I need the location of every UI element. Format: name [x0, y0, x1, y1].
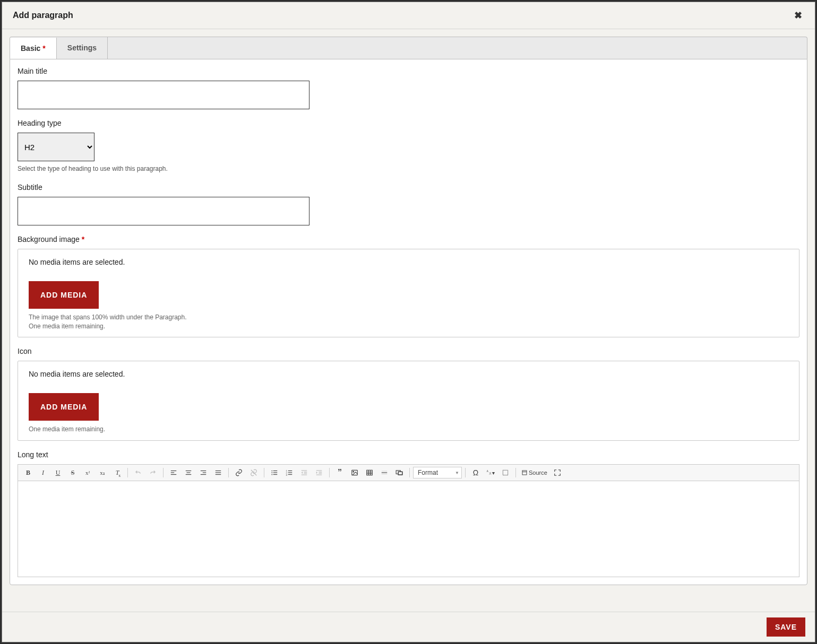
- svg-rect-23: [288, 473, 293, 473]
- modal-title: Add paragraph: [13, 11, 73, 20]
- bg-image-help: The image that spans 100% width under th…: [29, 313, 788, 331]
- svg-rect-44: [398, 472, 402, 475]
- source-button[interactable]: Source: [519, 466, 549, 480]
- format-dropdown[interactable]: Format ▼: [413, 467, 462, 478]
- image-icon[interactable]: [348, 466, 362, 480]
- heading-type-select[interactable]: H2: [18, 133, 94, 161]
- svg-rect-48: [503, 471, 508, 475]
- table-icon[interactable]: [363, 466, 376, 480]
- modal: Add paragraph ✖ Basic* Settings Main tit…: [2, 2, 815, 642]
- svg-text:3: 3: [286, 474, 288, 476]
- indent-icon[interactable]: [312, 466, 326, 480]
- svg-rect-24: [288, 474, 293, 475]
- modal-header: Add paragraph ✖: [2, 2, 815, 29]
- field-icon: Icon No media items are selected. ADD ME…: [18, 347, 799, 441]
- format-dropdown-label: Format: [418, 469, 438, 476]
- separator: [264, 468, 264, 477]
- align-left-icon[interactable]: [167, 466, 180, 480]
- subscript-icon[interactable]: x₂: [96, 466, 109, 480]
- bullet-list-icon[interactable]: [268, 466, 281, 480]
- editor-toolbar: B I U S x² x₂ Tx: [18, 465, 799, 481]
- icon-media-box: No media items are selected. ADD MEDIA O…: [18, 361, 799, 441]
- svg-point-34: [353, 472, 354, 473]
- link-icon[interactable]: [232, 466, 246, 480]
- italic-icon[interactable]: I: [36, 466, 50, 480]
- icon-help-line1: One media item remaining.: [29, 425, 788, 434]
- tab-basic-label: Basic: [21, 44, 40, 53]
- bg-image-add-media-button[interactable]: ADD MEDIA: [29, 281, 99, 309]
- maximize-icon[interactable]: [551, 466, 564, 480]
- svg-rect-16: [273, 471, 278, 471]
- remove-format-icon[interactable]: Tx: [110, 466, 124, 480]
- svg-text:文: 文: [489, 472, 492, 475]
- close-icon[interactable]: ✖: [792, 10, 804, 21]
- chevron-down-icon: ▼: [455, 471, 459, 475]
- separator: [127, 468, 128, 477]
- blockquote-icon[interactable]: ”: [333, 466, 347, 480]
- media-embed-icon[interactable]: [392, 466, 406, 480]
- bg-image-help-line2: One media item remaining.: [29, 322, 788, 331]
- heading-type-help: Select the type of heading to use with t…: [18, 164, 799, 173]
- field-long-text: Long text B I U S x² x₂ Tx: [18, 450, 799, 577]
- outdent-icon[interactable]: [297, 466, 311, 480]
- icon-label: Icon: [18, 347, 799, 355]
- richtext-editor: B I U S x² x₂ Tx: [18, 464, 799, 577]
- separator: [409, 468, 410, 477]
- bg-image-media-box: No media items are selected. ADD MEDIA T…: [18, 249, 799, 338]
- separator: [163, 468, 164, 477]
- strikethrough-icon[interactable]: S: [66, 466, 80, 480]
- svg-point-14: [271, 472, 272, 473]
- bg-image-empty-text: No media items are selected.: [29, 258, 788, 266]
- save-button[interactable]: SAVE: [767, 617, 805, 637]
- special-char-icon[interactable]: Ω: [469, 466, 483, 480]
- svg-point-13: [271, 471, 272, 472]
- redo-icon[interactable]: [146, 466, 160, 480]
- tab-panel-basic: Main title Heading type H2 Select the ty…: [10, 59, 807, 585]
- tab-settings-label: Settings: [67, 43, 97, 52]
- svg-rect-49: [522, 471, 527, 475]
- undo-icon[interactable]: [131, 466, 145, 480]
- unlink-icon[interactable]: [247, 466, 261, 480]
- bg-image-label-text: Background image: [18, 235, 80, 243]
- source-button-label: Source: [529, 469, 547, 476]
- required-marker: *: [42, 44, 45, 53]
- tab-settings[interactable]: Settings: [57, 37, 108, 59]
- required-marker: *: [82, 235, 84, 243]
- align-justify-icon[interactable]: [211, 466, 225, 480]
- svg-rect-35: [367, 471, 373, 475]
- icon-add-media-button[interactable]: ADD MEDIA: [29, 393, 99, 421]
- modal-body: Basic* Settings Main title Heading type …: [2, 29, 815, 612]
- heading-type-label: Heading type: [18, 119, 799, 127]
- icon-help: One media item remaining.: [29, 425, 788, 434]
- svg-point-15: [271, 474, 272, 475]
- tab-basic[interactable]: Basic*: [10, 38, 57, 59]
- separator: [329, 468, 330, 477]
- superscript-icon[interactable]: x²: [81, 466, 94, 480]
- numbered-list-icon[interactable]: 123: [282, 466, 296, 480]
- field-heading-type: Heading type H2 Select the type of headi…: [18, 119, 799, 173]
- tabs: Basic* Settings: [10, 37, 807, 59]
- subtitle-input[interactable]: [18, 197, 309, 225]
- align-center-icon[interactable]: [182, 466, 195, 480]
- horizontal-rule-icon[interactable]: [377, 466, 391, 480]
- svg-rect-18: [273, 474, 278, 475]
- bold-icon[interactable]: B: [21, 466, 35, 480]
- modal-footer: SAVE: [2, 612, 815, 642]
- field-background-image: Background image* No media items are sel…: [18, 235, 799, 338]
- bg-image-label: Background image*: [18, 235, 799, 243]
- separator: [465, 468, 466, 477]
- field-main-title: Main title: [18, 67, 799, 109]
- bg-image-help-line1: The image that spans 100% width under th…: [29, 313, 788, 322]
- editor-textarea[interactable]: [18, 481, 799, 577]
- main-title-input[interactable]: [18, 81, 309, 109]
- svg-rect-22: [288, 471, 293, 471]
- language-icon[interactable]: A文▾: [484, 466, 497, 480]
- align-right-icon[interactable]: [196, 466, 210, 480]
- svg-rect-17: [273, 473, 278, 473]
- show-blocks-icon[interactable]: [498, 466, 512, 480]
- separator: [515, 468, 516, 477]
- underline-icon[interactable]: U: [51, 466, 65, 480]
- subtitle-label: Subtitle: [18, 183, 799, 192]
- field-subtitle: Subtitle: [18, 183, 799, 225]
- main-title-label: Main title: [18, 67, 799, 75]
